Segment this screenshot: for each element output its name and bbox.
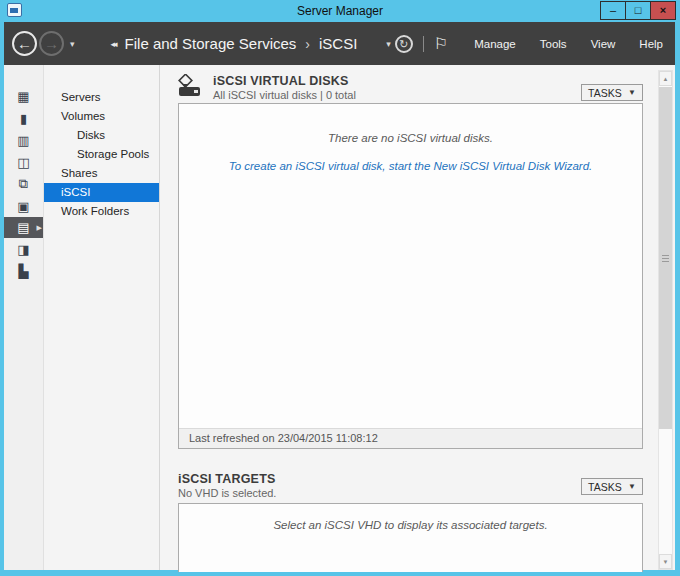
file-storage-services-icon[interactable]: ▤ ▶	[4, 217, 43, 238]
virtual-disks-title: iSCSI VIRTUAL DISKS	[213, 74, 356, 88]
tasks-dropdown-icon: ▼	[628, 88, 636, 97]
back-button[interactable]: ←	[12, 31, 37, 56]
server-clock-icon[interactable]: ◨	[4, 238, 43, 260]
scrollbar-thumb[interactable]	[659, 87, 672, 429]
breadcrumb-separator-icon: ›	[305, 36, 310, 52]
tasks-dropdown-icon: ▼	[628, 482, 636, 491]
scroll-down-icon[interactable]: ▼	[659, 554, 672, 569]
sidebar-item-iscsi[interactable]: iSCSI	[44, 183, 159, 202]
copies-icon[interactable]: ⧉	[4, 173, 43, 195]
collapse-breadcrumb-icon[interactable]: ◂◂	[111, 39, 116, 49]
titlebar: Server Manager – □ ×	[0, 0, 680, 22]
close-button[interactable]: ×	[650, 1, 676, 20]
scrollbar-grip	[662, 258, 669, 259]
selected-rail-arrow-icon: ▶	[37, 224, 42, 232]
last-refreshed-status: Last refreshed on 23/04/2015 11:08:12	[179, 428, 642, 448]
tasks-label: TASKS	[588, 87, 622, 99]
virtual-disks-tasks-button[interactable]: TASKS ▼	[581, 84, 643, 101]
refresh-icon[interactable]: ↻	[395, 35, 413, 53]
dashboard-icon[interactable]: ▦	[4, 85, 43, 107]
local-server-icon[interactable]: ▮	[4, 107, 43, 129]
window-title: Server Manager	[0, 0, 680, 22]
main-panel: iSCSI VIRTUAL DISKS All iSCSI virtual di…	[160, 65, 675, 570]
virtual-disks-list: There are no iSCSI virtual disks. To cre…	[178, 103, 643, 449]
badge-server-icon[interactable]: ▣	[4, 195, 43, 217]
menu-help[interactable]: Help	[627, 32, 675, 56]
virtual-disks-empty-message: There are no iSCSI virtual disks.	[179, 104, 642, 144]
history-dropdown-icon[interactable]: ▾	[70, 39, 75, 49]
sidebar-item-volumes[interactable]: Volumes	[44, 107, 159, 126]
breadcrumb-current: iSCSI	[319, 35, 357, 52]
sidebar-item-shares[interactable]: Shares	[44, 164, 159, 183]
sidebar-item-servers[interactable]: Servers	[44, 88, 159, 107]
role-icon-rail: ▦ ▮ ▥ ◫ ⧉ ▣ ▤ ▶ ◨ ▙	[4, 65, 44, 570]
targets-list: Select an iSCSI VHD to display its assoc…	[178, 503, 643, 572]
targets-title: iSCSI TARGETS	[178, 472, 276, 486]
performance-icon[interactable]: ▙	[4, 260, 43, 282]
new-virtual-disk-wizard-link[interactable]: To create an iSCSI virtual disk, start t…	[179, 160, 642, 172]
sidebar-item-work-folders[interactable]: Work Folders	[44, 202, 159, 221]
sidebar-item-storage-pools[interactable]: Storage Pools	[44, 145, 159, 164]
scroll-up-icon[interactable]: ▲	[659, 71, 672, 86]
address-dropdown-icon[interactable]: ▾	[386, 39, 391, 49]
tasks-label: TASKS	[588, 481, 622, 493]
minimize-button[interactable]: –	[600, 1, 626, 20]
nav-divider	[423, 36, 424, 52]
server-manager-window: Server Manager – □ × ← → ▾ ◂◂ File and S…	[0, 0, 680, 576]
targets-subtitle: No VHD is selected.	[178, 487, 276, 499]
virtual-disks-header: iSCSI VIRTUAL DISKS All iSCSI virtual di…	[178, 74, 356, 101]
vertical-scrollbar[interactable]: ▲ ▼	[658, 70, 673, 570]
targets-empty-message: Select an iSCSI VHD to display its assoc…	[179, 504, 642, 531]
virtual-disks-subtitle: All iSCSI virtual disks | 0 total	[213, 89, 356, 101]
file-storage-services-glyph: ▤	[17, 220, 29, 235]
sidebar-item-disks[interactable]: Disks	[44, 126, 159, 145]
navigation-bar: ← → ▾ ◂◂ File and Storage Services › iSC…	[4, 22, 675, 65]
maximize-button[interactable]: □	[625, 1, 651, 20]
menu-manage[interactable]: Manage	[462, 32, 528, 56]
targets-tasks-button[interactable]: TASKS ▼	[581, 478, 643, 495]
menu-view[interactable]: View	[579, 32, 628, 56]
iscsi-disk-icon	[178, 74, 204, 101]
menu-tools[interactable]: Tools	[528, 32, 579, 56]
notifications-flag-icon[interactable]: ⚐	[434, 34, 448, 53]
breadcrumb: ◂◂ File and Storage Services › iSCSI	[111, 35, 358, 52]
targets-header: iSCSI TARGETS No VHD is selected.	[178, 472, 276, 499]
all-servers-icon[interactable]: ▥	[4, 129, 43, 151]
forward-button: →	[39, 31, 64, 56]
users-server-icon[interactable]: ◫	[4, 151, 43, 173]
sidebar-navigation: Servers Volumes Disks Storage Pools Shar…	[44, 65, 160, 570]
breadcrumb-root[interactable]: File and Storage Services	[125, 35, 297, 52]
